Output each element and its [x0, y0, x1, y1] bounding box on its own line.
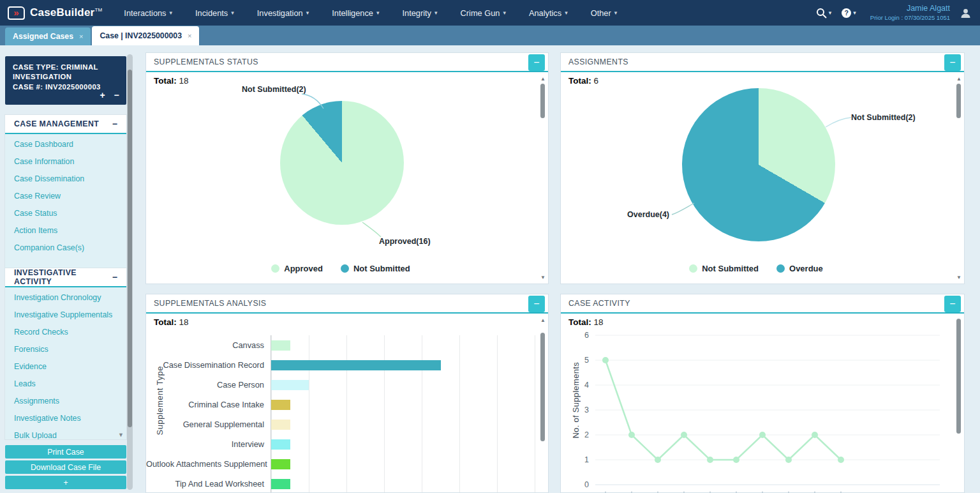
- nav-item-integrity[interactable]: Integrity▾: [402, 8, 437, 18]
- total-row: Total: 18: [154, 317, 189, 327]
- panel-title: CASE ACTIVITY: [568, 299, 630, 308]
- sidebar-item-evidence[interactable]: Evidence: [5, 358, 126, 375]
- nav-item-other[interactable]: Other▾: [591, 8, 618, 18]
- scroll-up-icon[interactable]: ▲: [540, 76, 546, 82]
- nav-item-incidents[interactable]: Incidents▾: [195, 8, 234, 18]
- scroll-down-icon[interactable]: ▼: [118, 432, 124, 438]
- panel-supplementals-status: SUPPLEMENTALS STATUS − Total: 18 Not Sub…: [145, 52, 549, 284]
- bar-outlook-attachments-supplement: [271, 454, 537, 474]
- sidebar-item-case-dashboard[interactable]: Case Dashboard: [5, 136, 126, 153]
- case-management-list: Case DashboardCase InformationCase Disse…: [5, 134, 126, 257]
- collapse-button[interactable]: −: [944, 296, 961, 312]
- user-info[interactable]: Jamie Algatt Prior Login : 07/30/2025 10…: [870, 4, 950, 22]
- scrollbar-thumb[interactable]: [540, 84, 545, 118]
- expand-icon[interactable]: +: [100, 90, 106, 100]
- print-case-button[interactable]: Print Case: [5, 445, 126, 459]
- nav-item-interactions[interactable]: Interactions▾: [124, 8, 172, 18]
- chevron-down-icon: ▾: [503, 10, 506, 16]
- user-icon[interactable]: [960, 8, 971, 19]
- panel-scrollbar[interactable]: ▲ ▼: [540, 76, 546, 280]
- collapse-icon[interactable]: −: [112, 119, 117, 129]
- legend-item-approved[interactable]: Approved: [271, 264, 323, 273]
- tab-case-inv2025000003[interactable]: Case | INV2025000003 ×: [92, 26, 199, 45]
- bar-plot: [271, 335, 537, 493]
- help-button[interactable]: ? ▾: [842, 8, 856, 18]
- bar-category-label: Outlook Attachments Supplement: [146, 454, 271, 474]
- pie-callout: Not Submitted(2): [851, 113, 916, 122]
- search-button[interactable]: ▾: [816, 8, 832, 19]
- collapse-icon[interactable]: −: [114, 90, 119, 100]
- sidebar-buttons: Print CaseDownload Case File+: [5, 445, 126, 491]
- tab-assigned-cases[interactable]: Assigned Cases ×: [5, 27, 91, 45]
- scrollbar-thumb[interactable]: [956, 84, 961, 118]
- scroll-down-icon[interactable]: ▼: [540, 275, 546, 280]
- scrollbar-thumb[interactable]: [540, 333, 545, 441]
- scroll-down-icon[interactable]: ▼: [956, 275, 962, 280]
- collapse-button[interactable]: −: [528, 54, 545, 71]
- add-button[interactable]: +: [5, 476, 126, 489]
- sidebar-item-case-dissemination[interactable]: Case Dissemination: [5, 171, 126, 188]
- case-type-line: INVESTIGATION: [13, 72, 119, 82]
- legend-label: Overdue: [789, 264, 823, 273]
- case-summary-box: CASE TYPE: CRIMINAL INVESTIGATION CASE #…: [5, 56, 126, 105]
- sidebar-item-forensics[interactable]: Forensics: [5, 341, 126, 358]
- close-icon[interactable]: ×: [79, 33, 83, 40]
- nav-right: ▾ ? ▾ Jamie Algatt Prior Login : 07/30/2…: [816, 4, 971, 22]
- sidebar-item-companion-case-s[interactable]: Companion Case(s): [5, 239, 126, 257]
- panel-title: SUPPLEMENTALS STATUS: [154, 57, 258, 66]
- bar-tip-and-lead-worksheet: [271, 474, 537, 493]
- assignments-pie-chart: [682, 88, 835, 241]
- section-title: CASE MANAGEMENT: [14, 119, 99, 128]
- nav-item-crime-gun[interactable]: Crime Gun▾: [461, 8, 506, 18]
- scroll-up-icon[interactable]: ▲: [540, 317, 546, 323]
- sidebar-item-leads[interactable]: Leads: [5, 375, 126, 393]
- pie-callout: Overdue(4): [627, 210, 669, 219]
- sidebar-item-bulk-upload[interactable]: Bulk Upload: [5, 427, 126, 439]
- close-icon[interactable]: ×: [188, 32, 191, 40]
- legend-item-overdue[interactable]: Overdue: [776, 264, 823, 273]
- case-activity-line-chart: 0123456: [561, 324, 951, 493]
- nav-item-investigation[interactable]: Investigation▾: [257, 8, 309, 18]
- sidebar-item-record-checks[interactable]: Record Checks: [5, 324, 126, 341]
- legend-dot: [689, 264, 697, 273]
- legend-item-not-submitted[interactable]: Not Submitted: [341, 264, 410, 273]
- bar-category-label: Canvass: [146, 335, 271, 355]
- sidebar-item-investigative-supplementals[interactable]: Investigative Supplementals: [5, 307, 126, 324]
- panel-scrollbar[interactable]: ▲: [540, 317, 546, 489]
- investigative-activity-list: Investigation ChronologyInvestigative Su…: [5, 287, 126, 439]
- section-title: INVESTIGATIVE ACTIVITY: [14, 268, 112, 286]
- case-management-card: CASE MANAGEMENT − Case DashboardCase Inf…: [5, 115, 126, 268]
- casebuilder-logo-icon: »: [8, 6, 25, 20]
- sidebar-item-investigation-chronology[interactable]: Investigation Chronology: [5, 289, 126, 307]
- legend-dot: [271, 264, 279, 273]
- bar-category-label: Case Person: [146, 375, 271, 395]
- scroll-up-icon[interactable]: ▲: [956, 76, 962, 82]
- sidebar-item-investigative-notes[interactable]: Investigative Notes: [5, 410, 126, 427]
- bar-category-label: Tip And Lead Worksheet: [146, 474, 271, 493]
- collapse-button[interactable]: −: [528, 296, 545, 312]
- panel-scrollbar[interactable]: [956, 317, 962, 489]
- bar-canvass: [271, 335, 537, 355]
- panel-scrollbar[interactable]: ▲ ▼: [956, 76, 962, 280]
- sidebar-item-assignments[interactable]: Assignments: [5, 393, 126, 410]
- sidebar-scrollbar[interactable]: ▼: [127, 54, 133, 490]
- sidebar-item-action-items[interactable]: Action Items: [5, 222, 126, 239]
- nav-item-intelligence[interactable]: Intelligence▾: [332, 8, 379, 18]
- scrollbar-thumb[interactable]: [128, 70, 132, 427]
- svg-text:1: 1: [584, 455, 589, 464]
- collapse-icon[interactable]: −: [112, 272, 117, 282]
- nav-menu: Interactions▾Incidents▾Investigation▾Int…: [124, 8, 617, 18]
- nav-item-label: Other: [591, 8, 611, 18]
- brand-name: CaseBuilderTM: [30, 6, 102, 19]
- download-case-file-button[interactable]: Download Case File: [5, 460, 126, 474]
- collapse-button[interactable]: −: [944, 54, 961, 71]
- sidebar-item-case-review[interactable]: Case Review: [5, 188, 126, 205]
- pie-legend: Not SubmittedOverdue: [561, 264, 951, 273]
- sidebar-item-case-information[interactable]: Case Information: [5, 153, 126, 171]
- sidebar-item-case-status[interactable]: Case Status: [5, 205, 126, 222]
- nav-item-label: Crime Gun: [461, 8, 500, 18]
- legend-item-not-submitted[interactable]: Not Submitted: [689, 264, 759, 273]
- nav-item-analytics[interactable]: Analytics▾: [529, 8, 568, 18]
- svg-text:3: 3: [584, 406, 589, 414]
- scrollbar-thumb[interactable]: [956, 319, 961, 434]
